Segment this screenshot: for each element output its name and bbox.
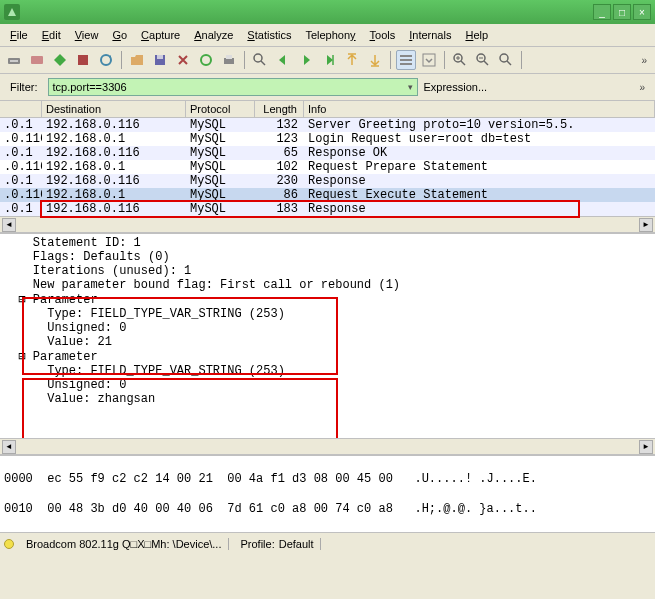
- go-to-icon[interactable]: [319, 50, 339, 70]
- hex-line: 0010 00 48 3b d0 40 00 40 06 7d 61 c0 a8…: [4, 502, 651, 517]
- detail-line: Iterations (unused): 1: [4, 264, 651, 278]
- menu-help[interactable]: Help: [459, 27, 494, 43]
- packet-row-selected[interactable]: .0.116192.168.0.1MySQL86Request Execute …: [0, 188, 655, 202]
- detail-line: Value: 21: [4, 335, 651, 349]
- status-interface: Broadcom 802.11g Q□X□Mh: \Device\...: [20, 538, 229, 550]
- packet-bytes-pane[interactable]: 0000 ec 55 f9 c2 c2 14 00 21 00 4a f1 d3…: [0, 454, 655, 532]
- detail-line: Type: FIELD_TYPE_VAR_STRING (253): [4, 307, 651, 321]
- svg-point-26: [500, 54, 508, 62]
- go-last-icon[interactable]: [365, 50, 385, 70]
- packet-row[interactable]: .0.116192.168.0.1MySQL123Login Request u…: [0, 132, 655, 146]
- detail-line: Unsigned: 0: [4, 378, 651, 392]
- toolbar: »: [0, 47, 655, 74]
- colorize-icon[interactable]: [396, 50, 416, 70]
- stop-capture-icon[interactable]: [73, 50, 93, 70]
- svg-line-24: [484, 61, 488, 65]
- menu-file[interactable]: File: [4, 27, 34, 43]
- column-protocol[interactable]: Protocol: [186, 101, 255, 117]
- restart-capture-icon[interactable]: [96, 50, 116, 70]
- close-button[interactable]: ×: [633, 4, 651, 20]
- column-length[interactable]: Length: [255, 101, 304, 117]
- start-capture-icon[interactable]: [50, 50, 70, 70]
- packet-rows: .0.1192.168.0.116MySQL132Server Greeting…: [0, 118, 655, 216]
- open-icon[interactable]: [127, 50, 147, 70]
- svg-rect-6: [157, 55, 163, 59]
- hex-line: 0000 ec 55 f9 c2 c2 14 00 21 00 4a f1 d3…: [4, 472, 651, 487]
- go-back-icon[interactable]: [273, 50, 293, 70]
- print-icon[interactable]: [219, 50, 239, 70]
- auto-scroll-icon[interactable]: [419, 50, 439, 70]
- expression-button[interactable]: Expression...: [424, 81, 488, 93]
- detail-tree-node[interactable]: ⊟ Parameter: [4, 292, 651, 307]
- scroll-right-icon[interactable]: ►: [639, 440, 653, 454]
- filter-input[interactable]: tcp.port==3306 ▾: [48, 78, 418, 96]
- svg-rect-18: [423, 54, 435, 66]
- detail-line: Unsigned: 0: [4, 321, 651, 335]
- detail-tree-node[interactable]: ⊟ Parameter: [4, 349, 651, 364]
- menu-edit[interactable]: Edit: [36, 27, 67, 43]
- menu-go[interactable]: Go: [106, 27, 133, 43]
- maximize-button[interactable]: □: [613, 4, 631, 20]
- filterbar-overflow-icon[interactable]: »: [635, 82, 649, 93]
- packet-row[interactable]: .0.1192.168.0.116MySQL183Response: [0, 202, 655, 216]
- filter-dropdown-icon[interactable]: ▾: [408, 82, 413, 92]
- options-icon[interactable]: [27, 50, 47, 70]
- titlebar: _ □ ×: [0, 0, 655, 24]
- svg-rect-2: [31, 56, 43, 64]
- packet-list-pane: Destination Protocol Length Info .0.1192…: [0, 101, 655, 232]
- menu-statistics[interactable]: Statistics: [241, 27, 297, 43]
- svg-point-7: [201, 55, 211, 65]
- scroll-left-icon[interactable]: ◄: [2, 218, 16, 232]
- detail-line: Type: FIELD_TYPE_VAR_STRING (253): [4, 364, 651, 378]
- filter-label: Filter:: [6, 81, 42, 93]
- zoom-out-icon[interactable]: [473, 50, 493, 70]
- toolbar-overflow-icon[interactable]: »: [637, 55, 651, 66]
- app-icon: [4, 4, 20, 20]
- filter-bar: Filter: tcp.port==3306 ▾ Expression... »: [0, 74, 655, 101]
- svg-rect-15: [400, 55, 412, 57]
- zoom-in-icon[interactable]: [450, 50, 470, 70]
- svg-rect-1: [10, 60, 18, 62]
- expert-info-icon[interactable]: [4, 539, 14, 549]
- column-info[interactable]: Info: [304, 101, 655, 117]
- interfaces-icon[interactable]: [4, 50, 24, 70]
- svg-point-10: [254, 54, 262, 62]
- horizontal-scrollbar[interactable]: ◄ ►: [0, 438, 655, 454]
- menubar: File Edit View Go Capture Analyze Statis…: [0, 24, 655, 47]
- packet-details-pane[interactable]: Statement ID: 1 Flags: Defaults (0) Iter…: [0, 232, 655, 454]
- svg-line-27: [507, 61, 511, 65]
- zoom-reset-icon[interactable]: [496, 50, 516, 70]
- detail-line: Value: zhangsan: [4, 392, 651, 406]
- status-profile[interactable]: Profile: Default: [235, 538, 321, 550]
- scroll-right-icon[interactable]: ►: [639, 218, 653, 232]
- filter-value: tcp.port==3306: [53, 81, 127, 93]
- scroll-left-icon[interactable]: ◄: [2, 440, 16, 454]
- menu-internals[interactable]: Internals: [403, 27, 457, 43]
- svg-rect-9: [226, 55, 232, 59]
- svg-rect-16: [400, 59, 412, 61]
- packet-list-headers: Destination Protocol Length Info: [0, 101, 655, 118]
- menu-tools[interactable]: Tools: [364, 27, 402, 43]
- close-file-icon[interactable]: [173, 50, 193, 70]
- column-destination[interactable]: Destination: [42, 101, 186, 117]
- column-source[interactable]: [0, 101, 42, 117]
- detail-line: New parameter bound flag: First call or …: [4, 278, 651, 292]
- reload-icon[interactable]: [196, 50, 216, 70]
- minimize-button[interactable]: _: [593, 4, 611, 20]
- packet-row[interactable]: .0.1192.168.0.116MySQL65Response OK: [0, 146, 655, 160]
- packet-row[interactable]: .0.116192.168.0.1MySQL102Request Prepare…: [0, 160, 655, 174]
- statusbar: Broadcom 802.11g Q□X□Mh: \Device\... Pro…: [0, 532, 655, 554]
- menu-analyze[interactable]: Analyze: [188, 27, 239, 43]
- packet-row[interactable]: .0.1192.168.0.116MySQL132Server Greeting…: [0, 118, 655, 132]
- find-icon[interactable]: [250, 50, 270, 70]
- go-first-icon[interactable]: [342, 50, 362, 70]
- menu-view[interactable]: View: [69, 27, 105, 43]
- menu-capture[interactable]: Capture: [135, 27, 186, 43]
- save-icon[interactable]: [150, 50, 170, 70]
- packet-row[interactable]: .0.1192.168.0.116MySQL230Response: [0, 174, 655, 188]
- svg-line-11: [261, 61, 265, 65]
- svg-line-20: [461, 61, 465, 65]
- go-forward-icon[interactable]: [296, 50, 316, 70]
- menu-telephony[interactable]: Telephony: [299, 27, 361, 43]
- horizontal-scrollbar[interactable]: ◄ ►: [0, 216, 655, 232]
